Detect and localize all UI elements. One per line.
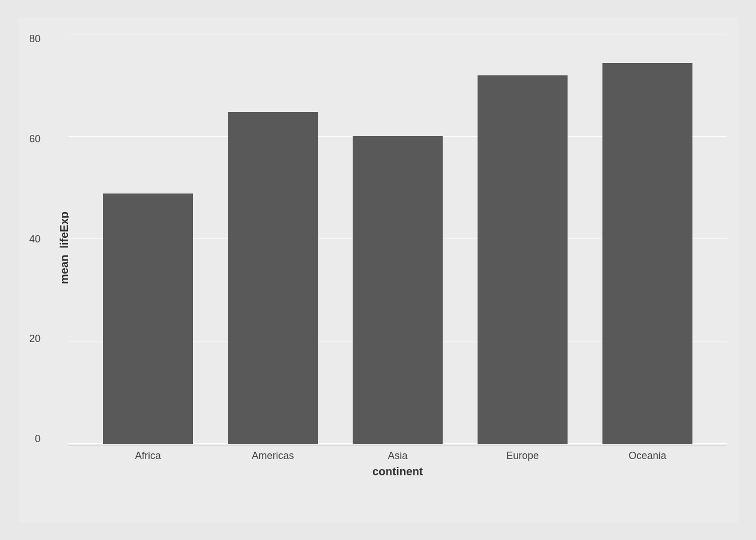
- chart-container: mean_lifeExp 80 60 40 20 0: [18, 17, 738, 523]
- bar-wrapper-africa: [86, 34, 210, 444]
- y-tick-80: 80: [29, 34, 40, 44]
- bar-asia: [353, 136, 443, 444]
- y-tick-40: 40: [29, 234, 40, 244]
- bar-americas: [228, 112, 318, 444]
- bar-wrapper-europe: [460, 34, 585, 444]
- bars-container: [69, 34, 727, 444]
- y-tick-60: 60: [29, 134, 40, 144]
- bar-wrapper-asia: [335, 34, 460, 444]
- x-label-africa: Africa: [86, 450, 210, 462]
- x-label-americas: Americas: [210, 450, 335, 462]
- bar-wrapper-americas: [210, 34, 335, 444]
- x-label-asia: Asia: [335, 450, 460, 462]
- x-axis-title-text: continent: [372, 465, 423, 478]
- bar-europe: [478, 75, 568, 444]
- x-label-oceania: Oceania: [585, 450, 710, 462]
- x-label-europe: Europe: [460, 450, 585, 462]
- bar-oceania: [602, 63, 692, 444]
- x-axis-title: continent: [69, 465, 727, 478]
- chart-area: 80 60 40 20 0: [69, 34, 727, 444]
- x-axis-labels: Africa Americas Asia Europe Oceania: [69, 450, 727, 462]
- bar-africa: [103, 194, 193, 444]
- y-tick-0: 0: [35, 434, 40, 444]
- y-axis-labels: 80 60 40 20 0: [29, 34, 40, 444]
- y-tick-20: 20: [29, 334, 40, 344]
- x-axis-line: [69, 445, 727, 446]
- bar-wrapper-oceania: [585, 34, 710, 444]
